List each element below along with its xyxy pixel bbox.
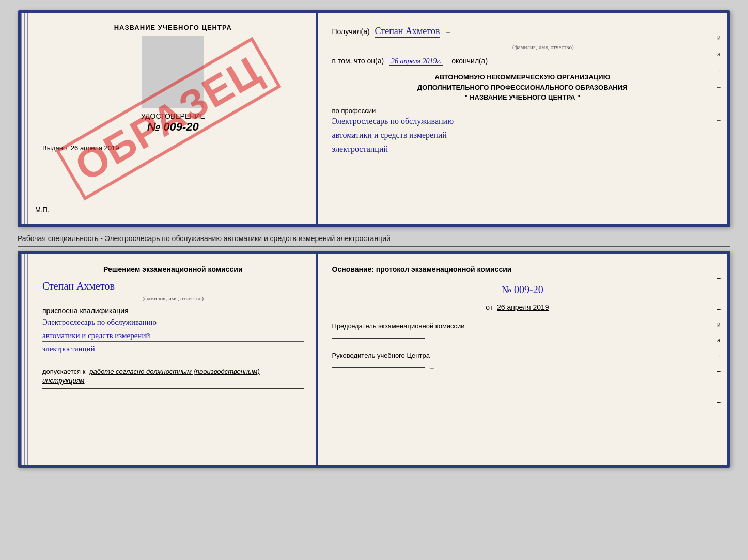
basis-label: Основание: протокол экзаменационной коми…: [332, 264, 713, 275]
permission-prefix: допускается к: [42, 367, 85, 375]
chairman-block: Председатель экзаменационной комиссии –: [332, 321, 713, 343]
qual-line3: электростанций: [42, 345, 304, 354]
received-label: Получил(а): [332, 27, 370, 36]
person-name-bottom: Степан Ахметов: [42, 280, 115, 293]
top-cert-left: НАЗВАНИЕ УЧЕБНОГО ЦЕНТРА УДОСТОВЕРЕНИЕ №…: [21, 13, 318, 224]
decision-label: Решением экзаменационной комиссии: [42, 264, 304, 275]
date-value-top: 26 апреля 2019г.: [389, 57, 443, 66]
specialty-row: Рабочая специальность - Электрослесарь п…: [18, 231, 730, 247]
org-line3: " НАЗВАНИЕ УЧЕБНОГО ЦЕНТРА ": [332, 92, 713, 103]
bottom-spine-decoration: [21, 254, 30, 465]
cert-date-block: Выдано 26 апреля 2019: [42, 144, 304, 152]
director-title: Руководитель учебного Центра: [332, 350, 713, 361]
mp-label: М.П.: [35, 206, 49, 214]
top-cert-right: и а ← – – – – Получил(а) Степан Ахметов …: [318, 13, 727, 224]
name-sub-top: (фамилия, имя, отчество): [512, 44, 574, 50]
received-row: Получил(а) Степан Ахметов –: [332, 24, 713, 39]
in-that-label: в том, что он(а): [332, 57, 384, 65]
bottom-certificate-book: Решением экзаменационной комиссии Степан…: [18, 251, 730, 468]
bottom-cert-left: Решением экзаменационной комиссии Степан…: [21, 254, 318, 465]
name-sub-bottom: (фамилия, имя, отчество): [142, 295, 204, 301]
bottom-cert-right: – – – и а ← – – – Основание: протокол эк…: [318, 254, 727, 465]
protocol-date: от 26 апреля 2019 –: [332, 301, 713, 314]
chairman-sig-line: [332, 338, 425, 339]
person-name-top: Степан Ахметов: [375, 26, 440, 38]
issued-date: 26 апреля 2019: [71, 144, 119, 152]
spine-decoration: [21, 13, 30, 224]
qualification-label: присвоена квалификация: [42, 307, 304, 315]
school-title: НАЗВАНИЕ УЧЕБНОГО ЦЕНТРА: [42, 24, 304, 31]
date-prefix: от: [486, 303, 493, 311]
photo-placeholder: [142, 36, 204, 108]
protocol-number: № 009-20: [332, 280, 713, 299]
page-wrapper: НАЗВАНИЕ УЧЕБНОГО ЦЕНТРА УДОСТОВЕРЕНИЕ №…: [18, 10, 730, 468]
bottom-right-marks: – – – и а ← – – –: [717, 275, 723, 406]
org-block: АВТОНОМНУЮ НЕКОММЕРЧЕСКУЮ ОРГАНИЗАЦИЮ ДО…: [332, 72, 713, 103]
profession-line2: автоматики и средств измерений: [332, 131, 713, 141]
org-line2: ДОПОЛНИТЕЛЬНОГО ПРОФЕССИОНАЛЬНОГО ОБРАЗО…: [332, 83, 713, 93]
profession-line1: Электрослесарь по обслуживанию: [332, 117, 713, 127]
top-certificate-book: НАЗВАНИЕ УЧЕБНОГО ЦЕНТРА УДОСТОВЕРЕНИЕ №…: [18, 10, 730, 227]
finished-label: окончил(а): [451, 57, 488, 65]
org-line1: АВТОНОМНУЮ НЕКОММЕРЧЕСКУЮ ОРГАНИЗАЦИЮ: [332, 72, 713, 83]
profession-block: по профессии Электрослесарь по обслужива…: [332, 107, 713, 154]
director-sig-line: [332, 367, 425, 368]
cert-number: № 009-20: [42, 120, 304, 134]
chairman-title: Председатель экзаменационной комиссии: [332, 321, 713, 331]
cert-label: УДОСТОВЕРЕНИЕ: [42, 112, 304, 120]
cert-id-block: УДОСТОВЕРЕНИЕ № 009-20: [42, 112, 304, 134]
right-side-marks: и а ← – – – –: [717, 34, 723, 140]
director-block: Руководитель учебного Центра –: [332, 350, 713, 373]
qual-line1: Электрослесарь по обслуживанию: [42, 318, 304, 328]
by-profession-label: по профессии: [332, 107, 713, 115]
in-that-row: в том, что он(а) 26 апреля 2019г. окончи…: [332, 55, 713, 67]
date-value-bottom: 26 апреля 2019: [497, 303, 549, 311]
profession-line3: электростанций: [332, 145, 713, 154]
bottom-right-content: Основание: протокол экзаменационной коми…: [332, 264, 713, 373]
issued-label: Выдано: [42, 144, 67, 152]
qual-line2: автоматики и средств измерений: [42, 331, 304, 342]
